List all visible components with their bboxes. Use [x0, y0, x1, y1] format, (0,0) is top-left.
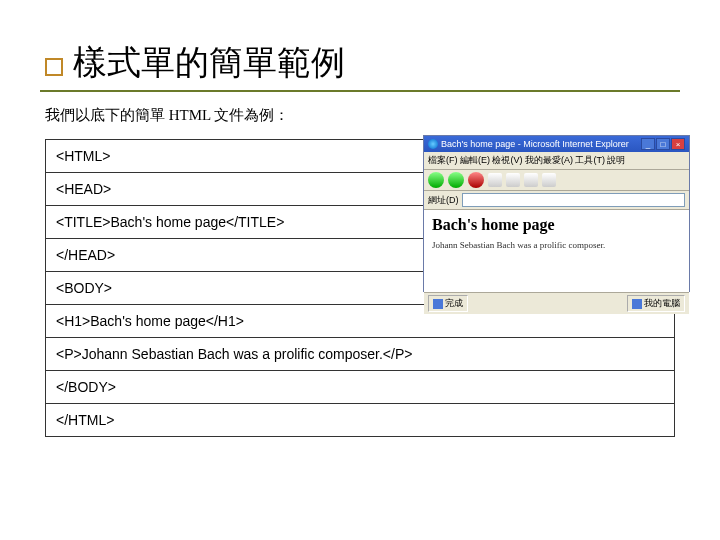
browser-titlebar: Bach's home page - Microsoft Internet Ex… [424, 136, 689, 152]
home-button-icon[interactable] [506, 173, 520, 187]
minimize-button[interactable]: _ [641, 138, 655, 150]
close-button[interactable]: × [671, 138, 685, 150]
browser-screenshot: Bach's home page - Microsoft Internet Ex… [423, 135, 690, 292]
page-heading: Bach's home page [432, 216, 681, 234]
zone-icon [632, 299, 642, 309]
forward-button-icon[interactable] [448, 172, 464, 188]
status-icon [433, 299, 443, 309]
maximize-button[interactable]: □ [656, 138, 670, 150]
ie-icon [428, 139, 438, 149]
search-button-icon[interactable] [524, 173, 538, 187]
stop-button-icon[interactable] [468, 172, 484, 188]
accent-square [45, 58, 63, 76]
refresh-button-icon[interactable] [488, 173, 502, 187]
back-button-icon[interactable] [428, 172, 444, 188]
intro-text: 我們以底下的簡單 HTML 文件為例： [45, 106, 680, 125]
browser-title: Bach's home page - Microsoft Internet Ex… [441, 139, 629, 149]
slide-title: 樣式單的簡單範例 [73, 40, 345, 86]
browser-content: Bach's home page Johann Sebastian Bach w… [424, 210, 689, 293]
page-paragraph: Johann Sebastian Bach was a prolific com… [432, 240, 681, 250]
code-line: <P>Johann Sebastian Bach was a prolific … [46, 338, 675, 371]
address-label: 網址(D) [428, 194, 459, 207]
browser-menubar[interactable]: 檔案(F) 編輯(E) 檢視(V) 我的最愛(A) 工具(T) 說明 [424, 152, 689, 170]
favorites-button-icon[interactable] [542, 173, 556, 187]
code-line: </BODY> [46, 371, 675, 404]
browser-addressbar: 網址(D) [424, 191, 689, 210]
status-right: 我的電腦 [644, 297, 680, 310]
status-left: 完成 [445, 297, 463, 310]
browser-statusbar: 完成 我的電腦 [424, 293, 689, 314]
address-input[interactable] [462, 193, 686, 207]
browser-toolbar [424, 170, 689, 191]
code-line: </HTML> [46, 404, 675, 437]
title-underline [40, 90, 680, 92]
